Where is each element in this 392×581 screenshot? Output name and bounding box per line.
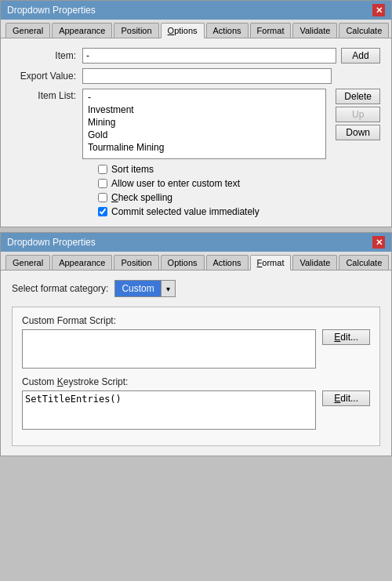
keystroke-script-label: Custom Keystroke Script:	[22, 376, 370, 387]
list-item[interactable]: Tourmaline Mining	[85, 141, 324, 154]
down-button[interactable]: Down	[336, 125, 380, 140]
keystroke-script-textarea[interactable]: SetTitleEntries()	[22, 390, 316, 430]
tab-position-2[interactable]: Position	[114, 255, 158, 270]
export-input[interactable]	[82, 68, 332, 84]
list-item[interactable]: Investment	[85, 103, 324, 116]
format-dropdown[interactable]: Custom ▾	[114, 280, 175, 297]
scripts-panel: Custom Format Script: Edit... Custom Key…	[12, 307, 380, 446]
spell-checkbox-row: Check spelling	[98, 192, 380, 203]
custom-text-label: Allow user to enter custom text	[111, 178, 240, 189]
format-script-section: Custom Format Script: Edit...	[22, 315, 370, 369]
tab-bar-2: General Appearance Position Options Acti…	[1, 252, 391, 271]
select-format-row: Select format category: Custom ▾	[12, 280, 380, 297]
tab-bar-1: General Appearance Position Options Acti…	[1, 20, 391, 38]
format-script-textarea[interactable]	[22, 329, 316, 369]
item-listbox[interactable]: - Investment Mining Gold Tourmaline Mini…	[82, 89, 326, 159]
listbox-buttons: Delete Up Down	[336, 89, 380, 140]
tab-validate-2[interactable]: Validate	[292, 255, 337, 270]
list-item[interactable]: -	[85, 91, 324, 103]
dialog-body-1: Item: Add Export Value: Item List: - Inv…	[1, 38, 391, 227]
tab-options-2[interactable]: Options	[161, 255, 205, 270]
commit-label: Commit selected value immediately	[111, 206, 260, 217]
dialog-titlebar-2: Dropdown Properties ✕	[1, 233, 391, 252]
dialog-title-1: Dropdown Properties	[7, 5, 96, 16]
select-format-label: Select format category:	[12, 283, 108, 294]
sort-label: Sort items	[111, 164, 154, 175]
keystroke-script-section: Custom Keystroke Script: SetTitleEntries…	[22, 376, 370, 430]
item-label: Item:	[12, 50, 82, 61]
keystroke-edit-button[interactable]: Edit...	[322, 390, 370, 406]
dialog-dropdown-properties-2: Dropdown Properties ✕ General Appearance…	[0, 232, 392, 456]
item-row: Item: Add	[12, 48, 380, 64]
tab-appearance-2[interactable]: Appearance	[52, 255, 112, 270]
dialog-close-button-2[interactable]: ✕	[372, 236, 385, 249]
dialog-dropdown-properties-1: Dropdown Properties ✕ General Appearance…	[0, 0, 392, 227]
tab-general-1[interactable]: General	[5, 23, 50, 38]
tab-format-1[interactable]: Format	[250, 23, 292, 38]
dialog-title-2: Dropdown Properties	[7, 237, 96, 248]
tab-appearance-1[interactable]: Appearance	[52, 23, 112, 38]
dialog-close-button-1[interactable]: ✕	[372, 4, 385, 16]
checkboxes-area: Sort items Allow user to enter custom te…	[98, 164, 380, 217]
keystroke-script-row: SetTitleEntries() Edit...	[22, 390, 370, 430]
export-value-row: Export Value:	[12, 68, 380, 84]
custom-text-checkbox[interactable]	[98, 179, 107, 188]
list-item[interactable]: Mining	[85, 116, 324, 129]
tab-actions-2[interactable]: Actions	[206, 255, 249, 270]
export-label: Export Value:	[12, 71, 82, 82]
format-edit-button[interactable]: Edit...	[322, 329, 370, 345]
add-button[interactable]: Add	[341, 48, 380, 64]
format-dropdown-value: Custom	[115, 281, 160, 296]
sort-checkbox[interactable]	[98, 165, 107, 174]
item-list-label: Item List:	[12, 89, 82, 101]
tab-validate-1[interactable]: Validate	[292, 23, 337, 38]
custom-text-checkbox-row: Allow user to enter custom text	[98, 178, 380, 189]
dialog-body-2: Select format category: Custom ▾ Custom …	[1, 271, 391, 456]
tab-position-1[interactable]: Position	[114, 23, 158, 38]
tab-options-1[interactable]: Options	[161, 23, 205, 38]
format-script-label: Custom Format Script:	[22, 315, 370, 326]
tab-calculate-1[interactable]: Calculate	[339, 23, 389, 38]
format-script-row: Edit...	[22, 329, 370, 369]
tab-format-2[interactable]: Format	[250, 255, 292, 271]
tab-general-2[interactable]: General	[5, 255, 50, 270]
format-dropdown-arrow[interactable]: ▾	[161, 281, 175, 296]
dialog-titlebar-1: Dropdown Properties ✕	[1, 1, 391, 20]
spell-checkbox[interactable]	[98, 193, 107, 202]
list-item[interactable]: Gold	[85, 129, 324, 141]
item-list-row: Item List: - Investment Mining Gold Tour…	[12, 89, 380, 159]
tab-calculate-2[interactable]: Calculate	[339, 255, 389, 270]
commit-checkbox[interactable]	[98, 207, 107, 216]
up-button[interactable]: Up	[336, 107, 380, 122]
item-input[interactable]	[82, 48, 336, 64]
commit-checkbox-row: Commit selected value immediately	[98, 206, 380, 217]
delete-button[interactable]: Delete	[336, 89, 380, 104]
spell-label: Check spelling	[111, 192, 172, 203]
sort-checkbox-row: Sort items	[98, 164, 380, 175]
tab-actions-1[interactable]: Actions	[206, 23, 249, 38]
